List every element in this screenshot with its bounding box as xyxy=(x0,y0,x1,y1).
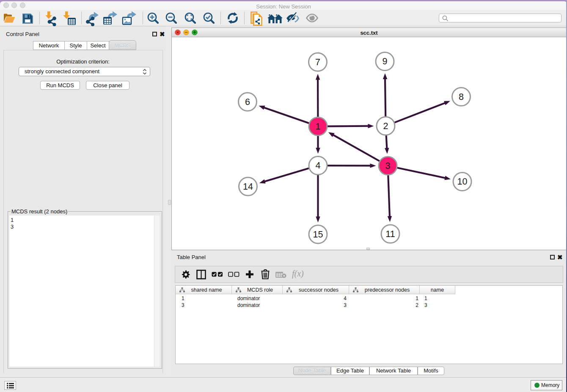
svg-text:8: 8 xyxy=(459,92,464,102)
svg-text:4: 4 xyxy=(316,160,321,171)
svg-text:9: 9 xyxy=(383,56,388,66)
svg-text:7: 7 xyxy=(315,57,320,67)
svg-text:6: 6 xyxy=(245,97,250,107)
svg-text:3: 3 xyxy=(385,161,391,171)
svg-text:15: 15 xyxy=(313,229,323,240)
svg-text:10: 10 xyxy=(457,177,468,187)
svg-text:14: 14 xyxy=(243,182,253,192)
svg-text:11: 11 xyxy=(385,229,395,239)
svg-text:1: 1 xyxy=(316,121,321,132)
svg-text:2: 2 xyxy=(383,121,388,131)
